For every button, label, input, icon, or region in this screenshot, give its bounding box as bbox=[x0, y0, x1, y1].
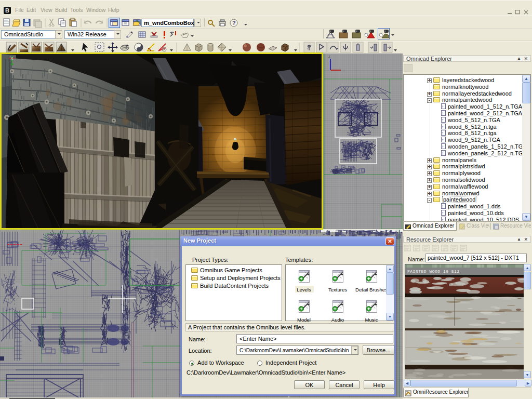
svg-text:PAINTED_WOOD_10_512: PAINTED_WOOD_10_512 bbox=[407, 269, 460, 274]
svg-text:?: ? bbox=[232, 20, 236, 26]
svg-text:z: z bbox=[328, 54, 330, 59]
svg-text:x: x bbox=[343, 68, 345, 73]
